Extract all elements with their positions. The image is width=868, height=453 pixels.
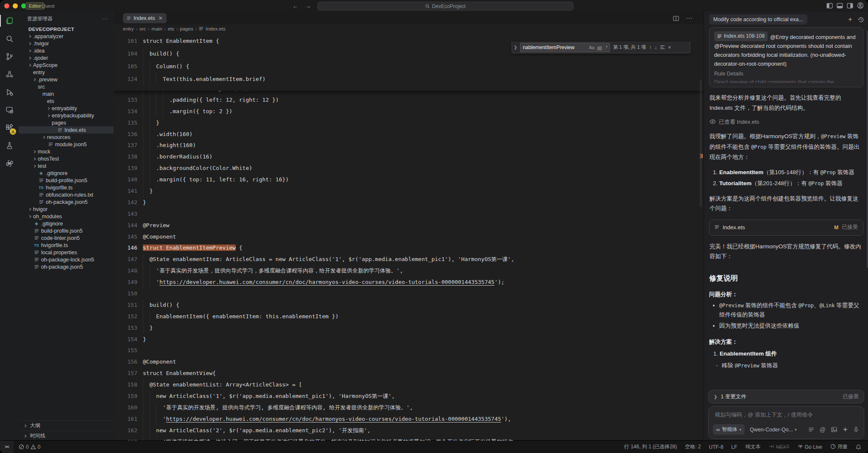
file-range-chip[interactable]: Index.ets 108-108 (714, 31, 768, 41)
tree-item-oh-package.json5[interactable]: oh-package.json5 (19, 198, 114, 206)
new-chat-icon[interactable]: + (848, 15, 852, 24)
agent-selector[interactable]: ∞ 智能体 ▾ (713, 424, 745, 435)
run-debug-icon[interactable] (0, 83, 19, 101)
tree-item-entry[interactable]: entry (19, 69, 114, 76)
code-line-140[interactable]: 140 .margin({ top: 11, left: 16, right: … (114, 174, 704, 186)
tree-item-.hvigor[interactable]: .hvigor (19, 40, 114, 47)
minimize-window-button[interactable] (13, 3, 18, 8)
code-line-146[interactable]: 146struct EnablementItemPreview { (114, 242, 704, 254)
account-icon[interactable] (857, 2, 864, 9)
tab-index-ets[interactable]: Index.ets ✕ (123, 13, 167, 23)
tree-item-oh_modules[interactable]: oh_modules (19, 213, 114, 220)
tree-item-index.ets[interactable]: Index.ets (19, 126, 114, 133)
tree-item-obfuscation-rules.txt[interactable]: obfuscation-rules.txt (19, 191, 114, 198)
code-line-157[interactable]: 157struct EnablementView{ (114, 368, 704, 379)
mic-icon[interactable] (854, 427, 859, 433)
code-line-161[interactable]: 161 'https://developer.huawei.com/consum… (114, 414, 704, 425)
tree-item-hvigor[interactable]: hvigor (19, 206, 114, 213)
close-window-button[interactable] (4, 3, 9, 8)
breadcrumb-item-entry[interactable]: entry (123, 26, 134, 31)
tree-item-devecoproject[interactable]: DEVECOPROJECT (19, 25, 114, 33)
code-line-137[interactable]: 137 .height(160) (114, 140, 704, 151)
status-item-用量[interactable]: 用量 (830, 443, 848, 450)
breadcrumb-item-main[interactable]: main (152, 26, 162, 31)
code-line-133[interactable]: 133 .padding({ left: 12, right: 12 }) (114, 94, 704, 106)
code-line-142[interactable]: 142} (114, 197, 704, 208)
tree-item-.idea[interactable]: .idea (19, 47, 114, 54)
chat-input[interactable]: 规划与编码，@ 添加上下文，/ 使用命令 ∞ 智能体 ▾ Qwen-Coder-… (708, 406, 864, 439)
code-line-124[interactable]: 124 Text(this.enablementItem.brief) (114, 73, 704, 86)
code-line-147[interactable]: 147 @State enablementItem: ArticleClass … (114, 254, 704, 265)
editor-more-icon[interactable]: ··· (686, 14, 693, 22)
code-line-139[interactable]: 139 .backgroundColor(Color.White) (114, 163, 704, 174)
find-close-icon[interactable]: × (668, 44, 671, 50)
test-beaker-icon[interactable] (0, 136, 19, 154)
tree-item-.gitignore[interactable]: ◈.gitignore (19, 170, 114, 177)
match-case-toggle[interactable]: Aa (589, 45, 595, 50)
mention-icon[interactable]: @ (820, 426, 826, 433)
toggle-left-panel-icon[interactable] (826, 3, 833, 8)
code-line-154[interactable]: 154} (114, 334, 704, 345)
python-icon[interactable] (0, 154, 19, 172)
code-line-138[interactable]: 138 .borderRadius(16) (114, 151, 704, 163)
code-line-155[interactable]: 155 (114, 345, 704, 356)
breadcrumb-item-ets[interactable]: ets (168, 26, 174, 31)
code-viewport[interactable]: 132 .fontColor('rgba(0, 0, 0, 0.6)')133 … (114, 33, 704, 441)
breadcrumb-item-pages[interactable]: pages (180, 26, 193, 31)
structure-icon[interactable] (0, 65, 19, 83)
tree-item-.qoder[interactable]: .qoder (19, 54, 114, 61)
code-line-134[interactable]: 134 .margin({ top: 2 }) (114, 106, 704, 117)
code-line-152[interactable]: 152 EnablementItem({ enablementItem: thi… (114, 311, 704, 322)
remote-icon[interactable] (0, 101, 19, 119)
code-line-136[interactable]: 136 .width(160) (114, 129, 704, 140)
toggle-bottom-panel-icon[interactable] (837, 3, 843, 8)
code-line-148[interactable]: 148 '基于真实的开发场景，提供向导式学习，多维度融合课程等内容，给开发者提供… (114, 265, 704, 277)
find-collapse-icon[interactable]: ❯ (514, 45, 517, 50)
close-tab-icon[interactable]: ✕ (159, 15, 163, 21)
tree-item-module.json5[interactable]: module.json5 (19, 141, 114, 148)
status-item-空格2[interactable]: 空格: 2 (685, 443, 701, 450)
image-icon[interactable] (831, 427, 837, 432)
tree-item-main[interactable]: main (19, 90, 114, 97)
status-item-纯文本[interactable]: 纯文本 (746, 443, 761, 450)
code-line-144[interactable]: 144@Preview (114, 220, 704, 231)
explorer-more-icon[interactable]: ··· (102, 16, 108, 22)
find-in-selection-icon[interactable] (660, 45, 665, 50)
code-line-159[interactable]: 159 new ArticleClass('1', $r('app.media.… (114, 391, 704, 402)
tree-item-local.properties[interactable]: local.properties (19, 249, 114, 256)
code-line-151[interactable]: 151 build() { (114, 300, 704, 311)
code-line-105[interactable]: 105 Column() { (114, 60, 704, 73)
tree-item-entryability[interactable]: entryability (19, 105, 114, 112)
code-line-156[interactable]: 156@Component (114, 356, 704, 368)
project-search-box[interactable]: DevEcoProject (317, 2, 573, 11)
tree-item-entrybackupability[interactable]: entrybackupability (19, 112, 114, 119)
split-editor-icon[interactable] (673, 16, 679, 21)
breadcrumb-item-indexets[interactable]: Index.ets (206, 26, 225, 31)
code-line-163[interactable]: 163 '提供系统能力概述，快速入门，用于指导开发者进行场景化的开发，指南涉及到… (114, 436, 704, 441)
menu-lines-icon[interactable] (808, 427, 814, 432)
tree-item-.preview[interactable]: .preview (19, 76, 114, 83)
find-previous-icon[interactable]: ↑ (649, 44, 651, 50)
editor-scrollbar[interactable] (700, 80, 702, 207)
status-item-行146列1已选择28[interactable]: 行 146, 列 1 (已选择28) (624, 443, 677, 450)
code-line-141[interactable]: 141 } (114, 186, 704, 197)
tree-item-oh-package.json5[interactable]: oh-package.json5 (19, 263, 114, 270)
source-control-icon[interactable] (0, 47, 19, 65)
breadcrumb-item-src[interactable]: src (139, 26, 146, 31)
tree-item-resources[interactable]: resources (19, 133, 114, 141)
forward-button[interactable]: → (305, 3, 311, 9)
changed-files-bar[interactable]: ❯ 1 变更文件 已接受 (708, 390, 864, 403)
code-line-145[interactable]: 145@Component (114, 231, 704, 243)
code-line-135[interactable]: 135 } (114, 117, 704, 129)
back-button[interactable]: ← (292, 3, 298, 9)
tree-item-ohostest[interactable]: ohosTest (19, 155, 114, 162)
tree-item-hvigorfile.ts[interactable]: TShvigorfile.ts (19, 184, 114, 191)
code-line-162[interactable]: 162 new ArticleClass('2', $r('app.media.… (114, 425, 704, 436)
chat-session-title[interactable]: Modify code according to official exa... (709, 14, 807, 25)
code-line-158[interactable]: 158 @State enablementList: Array<Article… (114, 379, 704, 391)
tree-item-appscope[interactable]: AppScope (19, 61, 114, 69)
regex-toggle[interactable]: .* (604, 45, 607, 50)
tree-item-oh-package-lock.json5[interactable]: oh-package-lock.json5 (19, 256, 114, 263)
toggle-right-panel-icon[interactable] (847, 3, 853, 8)
code-line-143[interactable]: 143 (114, 208, 704, 220)
